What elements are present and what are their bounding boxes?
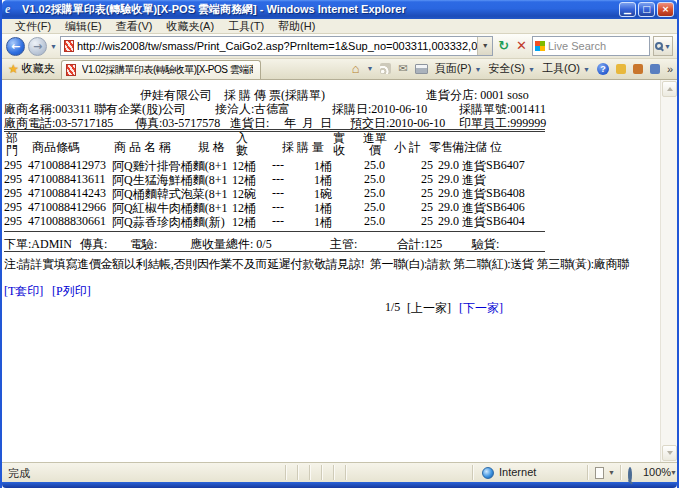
menu-edit[interactable]: 编辑(E) <box>58 19 109 34</box>
window-border-bottom <box>2 482 677 488</box>
title-bar: e V1.02採購單印表(轉驗收單)[X-POS 雲端商務網] - Window… <box>2 0 677 19</box>
divider-note <box>4 251 545 252</box>
col-header-name: 商 品 名 稱 <box>114 139 171 156</box>
menu-tools[interactable]: 工具(T) <box>221 19 271 34</box>
url-input[interactable] <box>77 38 477 54</box>
cell-dept: 295 <box>4 214 22 229</box>
col-header-loc: 儲 位 <box>475 139 502 156</box>
status-separator <box>321 465 323 480</box>
scroll-up-button[interactable] <box>662 81 677 97</box>
tools-menu-label: 工具(O) <box>542 62 580 74</box>
stop-icon[interactable]: ✕ <box>514 36 529 56</box>
status-separator <box>285 465 287 480</box>
back-button[interactable]: ← <box>6 37 25 56</box>
cell-subtotal: 25 <box>407 172 433 187</box>
menu-view[interactable]: 查看(V) <box>109 19 160 34</box>
tools-menu-caret-icon: ▼ <box>583 66 590 73</box>
vertical-scrollbar[interactable] <box>660 80 677 462</box>
status-separator <box>620 465 622 480</box>
cell-note: 進貨 <box>462 214 486 231</box>
cell-price: 25.0 <box>364 200 385 215</box>
favorites-label: 收藏夹 <box>22 61 55 76</box>
menu-help[interactable]: 帮助(H) <box>271 19 322 34</box>
internet-zone-icon <box>482 467 494 479</box>
address-bar[interactable]: ▼ <box>60 36 493 56</box>
onenote-icon[interactable] <box>633 64 643 74</box>
snapshot-icon[interactable] <box>650 64 660 74</box>
col-header-innum: 入 數 <box>234 132 250 156</box>
next-vendor-link[interactable]: [下一家] <box>459 300 503 317</box>
forward-button[interactable]: → <box>28 37 47 56</box>
search-button[interactable]: ▼ <box>653 36 673 56</box>
zoom-level[interactable]: 100% <box>643 466 671 478</box>
cell-loc: SB6408 <box>486 186 525 201</box>
browser-window: e V1.02採購單印表(轉驗收單)[X-POS 雲端商務網] - Window… <box>0 0 679 488</box>
footnote: 注:請詳實填寫進價金額以利結帳,否則因作業不及而延遲付款敬請見諒! 第一聯(白)… <box>4 256 629 273</box>
change-view-icon[interactable] <box>595 467 604 479</box>
history-dropdown-icon[interactable]: ▼ <box>50 43 57 50</box>
safety-menu-button[interactable]: 安全(S) ▼ <box>488 61 535 76</box>
cell-price: 25.0 <box>364 172 385 187</box>
cell-retail: 29.0 <box>438 172 459 187</box>
col-header-po-qty: 採 購 量 <box>282 139 324 156</box>
tab-active[interactable]: V1.02採購單印表(轉驗收單)[X-POS 雲端商務網] <box>61 60 261 79</box>
divider-summary <box>4 231 545 232</box>
tab-favicon <box>66 64 76 76</box>
stamp-print-link[interactable]: [T套印] <box>4 283 43 300</box>
cell-price: 25.0 <box>364 186 385 201</box>
print-icon[interactable] <box>415 64 428 74</box>
search-options-icon[interactable]: ▼ <box>664 43 671 50</box>
cell-subtotal: 25 <box>407 186 433 201</box>
feeds-icon[interactable] <box>380 63 391 74</box>
cell-dept: 295 <box>4 158 22 173</box>
address-dropdown-icon[interactable]: ▼ <box>477 37 492 55</box>
favorites-button[interactable]: ★ 收藏夹 <box>6 61 61 79</box>
maximize-button[interactable]: □ <box>638 2 655 17</box>
messenger-icon[interactable] <box>616 64 626 74</box>
page-menu-label: 頁面(P) <box>435 62 472 74</box>
col-header-subtotal: 小 計 <box>394 139 421 156</box>
refresh-icon[interactable]: ↻ <box>496 36 511 56</box>
close-button[interactable]: × <box>657 2 674 17</box>
home-dropdown-icon[interactable]: ▼ <box>366 65 373 72</box>
cell-price: 25.0 <box>364 158 385 173</box>
menu-favorites[interactable]: 收藏夹(A) <box>159 19 221 34</box>
status-separator <box>587 465 589 480</box>
cell-barcode: 4710088412973 <box>28 158 106 173</box>
search-input[interactable] <box>548 40 647 52</box>
cell-retail: 29.0 <box>438 158 459 173</box>
search-box[interactable] <box>532 36 650 56</box>
more-commands-icon[interactable]: » <box>667 63 673 75</box>
zoom-caret-icon[interactable]: ▼ <box>670 469 677 476</box>
cell-dash: --- <box>272 172 284 187</box>
divider-top <box>4 129 545 132</box>
prev-vendor-link: [上一家] <box>407 300 451 317</box>
cell-dept: 295 <box>4 186 22 201</box>
site-favicon <box>64 40 74 52</box>
cell-barcode: 4710088412966 <box>28 200 106 215</box>
page-menu-button[interactable]: 頁面(P) ▼ <box>435 61 482 76</box>
window-controls: ▁ □ × <box>619 2 674 17</box>
home-icon[interactable]: ⌂ <box>352 62 360 75</box>
favorites-star-icon: ★ <box>8 62 19 76</box>
cell-retail: 29.0 <box>438 200 459 215</box>
zoom-magnifier-icon[interactable] <box>628 469 632 481</box>
security-zone: Internet <box>499 466 536 478</box>
menu-file[interactable]: 文件(F) <box>8 19 58 34</box>
status-separator <box>309 465 311 480</box>
col-header-price: 進單 價 <box>360 132 390 156</box>
tools-menu-button[interactable]: 工具(O) ▼ <box>542 61 590 76</box>
scroll-down-button[interactable] <box>662 445 677 461</box>
page-menu-caret-icon: ▼ <box>474 66 481 73</box>
mail-icon[interactable]: ✉ <box>398 62 407 75</box>
window-title: V1.02採購單印表(轉驗收單)[X-POS 雲端商務網] - Windows … <box>22 2 619 17</box>
favorites-tab-bar: ★ 收藏夹 V1.02採購單印表(轉驗收單)[X-POS 雲端商務網] ⌂ ▼ … <box>2 59 677 80</box>
tab-title: V1.02採購單印表(轉驗收單)[X-POS 雲端商務網] <box>82 63 253 77</box>
change-view-caret-icon[interactable]: ▼ <box>608 469 615 476</box>
cell-loc: SB6404 <box>486 214 525 229</box>
minimize-button[interactable]: ▁ <box>619 2 636 17</box>
help-icon[interactable]: ? <box>597 63 609 75</box>
print-link[interactable]: [P列印] <box>52 283 91 300</box>
safety-menu-caret-icon: ▼ <box>528 66 535 73</box>
command-bar: ⌂ ▼ ✉ 頁面(P) ▼ 安全(S) ▼ 工具(O) ▼ ? » <box>352 61 673 79</box>
